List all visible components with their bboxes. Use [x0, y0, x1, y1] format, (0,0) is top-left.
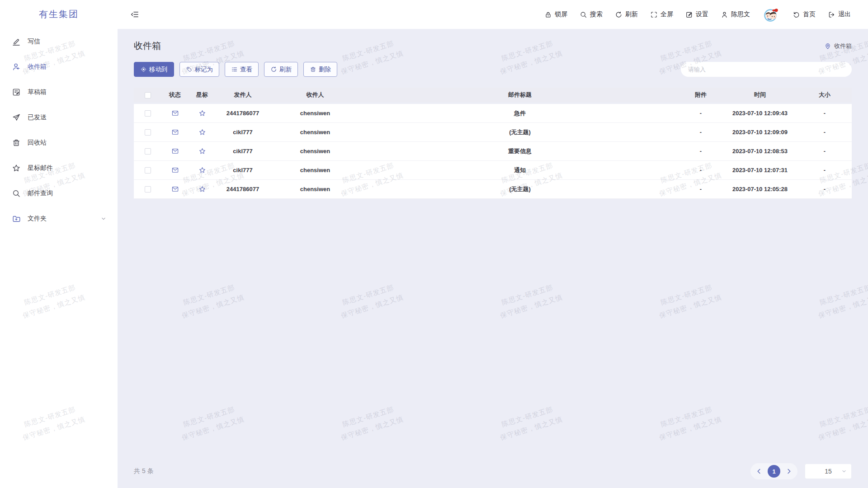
search-icon: [12, 189, 21, 198]
sidebar-item-label: 星标邮件: [28, 164, 53, 172]
sidebar-item-inbox[interactable]: 收件箱: [0, 54, 118, 80]
cell-sender: cikl777: [216, 161, 269, 180]
search-input[interactable]: [681, 62, 852, 77]
cell-attachment: -: [679, 180, 722, 199]
sidebar: 有生集团 写信 收件箱 草稿箱: [0, 0, 118, 488]
mark-as-button[interactable]: 标记为: [179, 62, 220, 77]
button-label: 标记为: [195, 66, 213, 74]
breadcrumb-label: 收件箱: [834, 42, 852, 50]
sidebar-item-folders[interactable]: 文件夹: [0, 206, 118, 231]
page-number-button[interactable]: 1: [768, 465, 780, 478]
chevron-down-icon[interactable]: [100, 216, 107, 222]
cell-time: 2023-07-10 12:05:28: [722, 180, 797, 199]
topbar: 锁屏 搜索 刷新: [118, 0, 868, 29]
sidebar-item-label: 写信: [28, 38, 40, 46]
row-checkbox[interactable]: [145, 167, 151, 174]
sidebar-item-label: 草稿箱: [28, 88, 47, 96]
column-star: 星标: [188, 88, 216, 104]
cell-size: -: [797, 123, 852, 142]
content-area: 收件箱 收件箱 移动到: [118, 29, 868, 488]
home-button[interactable]: 首页: [793, 10, 816, 19]
cell-subject: (无主题): [361, 123, 679, 142]
lock-screen-button[interactable]: 锁屏: [544, 10, 567, 19]
chevron-down-icon: [841, 469, 847, 474]
logout-button[interactable]: 退出: [828, 10, 851, 19]
settings-button[interactable]: 设置: [685, 10, 708, 19]
avatar[interactable]: [762, 6, 780, 23]
cell-subject: 重要信息: [361, 142, 679, 161]
prev-page-button[interactable]: [755, 467, 763, 475]
inbox-icon: [12, 62, 21, 71]
select-all-checkbox[interactable]: [145, 92, 151, 99]
cell-time: 2023-07-10 12:09:09: [722, 123, 797, 142]
action-label: 陈思文: [731, 10, 750, 19]
row-checkbox[interactable]: [145, 186, 151, 192]
pagination: 1: [750, 463, 797, 479]
row-checkbox[interactable]: [145, 110, 151, 117]
next-page-button[interactable]: [785, 467, 793, 475]
cell-attachment: -: [679, 104, 722, 123]
fullscreen-button[interactable]: 全屏: [650, 10, 673, 19]
action-label: 首页: [803, 10, 816, 19]
table-row[interactable]: cikl777 chensiwen 重要信息 - 2023-07-10 12:0…: [134, 142, 852, 161]
star-toggle-icon[interactable]: [198, 109, 206, 117]
row-checkbox[interactable]: [145, 148, 151, 155]
button-label: 刷新: [279, 66, 292, 74]
topbar-actions: 锁屏 搜索 刷新: [544, 6, 851, 23]
star-toggle-icon[interactable]: [198, 147, 206, 155]
folder-icon: [12, 214, 21, 223]
total-count: 共 5 条: [134, 467, 154, 475]
column-status: 状态: [162, 88, 188, 104]
header-checkbox-cell: [134, 88, 162, 104]
view-button[interactable]: 查看: [225, 62, 259, 77]
star-toggle-icon[interactable]: [198, 128, 206, 136]
row-checkbox[interactable]: [145, 129, 151, 136]
logout-icon: [828, 11, 835, 19]
table-row[interactable]: 2441786077 chensiwen (无主题) - 2023-07-10 …: [134, 180, 852, 199]
sidebar-item-sent[interactable]: 已发送: [0, 105, 118, 130]
delete-icon: [310, 66, 316, 73]
global-search-button[interactable]: 搜索: [580, 10, 603, 19]
current-user[interactable]: 陈思文: [721, 10, 750, 19]
refresh-icon: [615, 11, 623, 19]
table-row[interactable]: 2441786077 chensiwen 急件 - 2023-07-10 12:…: [134, 104, 852, 123]
footer: 共 5 条 1 15: [134, 455, 852, 488]
star-toggle-icon[interactable]: [198, 166, 206, 174]
column-subject: 邮件标题: [361, 88, 679, 104]
app-root: 有生集团 写信 收件箱 草稿箱: [0, 0, 868, 488]
cell-time: 2023-07-10 12:08:53: [722, 142, 797, 161]
sidebar-item-mail-search[interactable]: 邮件查询: [0, 181, 118, 206]
breadcrumb[interactable]: 收件箱: [824, 42, 852, 50]
page-size-select[interactable]: 15: [805, 464, 852, 479]
cell-attachment: -: [679, 161, 722, 180]
cell-recipient: chensiwen: [269, 161, 361, 180]
unread-mail-icon: [171, 185, 179, 193]
button-label: 删除: [319, 66, 331, 74]
star-toggle-icon[interactable]: [198, 185, 206, 193]
table-row[interactable]: cikl777 chensiwen 通知 - 2023-07-10 12:07:…: [134, 161, 852, 180]
cell-sender: cikl777: [216, 142, 269, 161]
action-label: 设置: [696, 10, 708, 19]
sidebar-item-drafts[interactable]: 草稿箱: [0, 80, 118, 105]
move-to-button[interactable]: 移动到: [134, 62, 174, 77]
home-back-icon: [793, 11, 800, 19]
cell-time: 2023-07-10 12:09:43: [722, 104, 797, 123]
sidebar-item-label: 文件夹: [28, 215, 47, 223]
sidebar-item-starred[interactable]: 星标邮件: [0, 155, 118, 181]
mail-table: 状态 星标 发件人 收件人 邮件标题 附件 时间 大小: [134, 88, 852, 199]
action-label: 锁屏: [555, 10, 567, 19]
column-recipient: 收件人: [269, 88, 361, 104]
column-sender: 发件人: [216, 88, 269, 104]
menu-fold-icon[interactable]: [130, 10, 139, 19]
sidebar-item-label: 已发送: [28, 113, 47, 122]
sidebar-item-trash[interactable]: 回收站: [0, 130, 118, 155]
lock-icon: [544, 11, 552, 19]
delete-button[interactable]: 删除: [303, 62, 337, 77]
refresh-list-button[interactable]: 刷新: [264, 62, 298, 77]
sidebar-item-compose[interactable]: 写信: [0, 29, 118, 54]
table-row[interactable]: cikl777 chensiwen (无主题) - 2023-07-10 12:…: [134, 123, 852, 142]
cell-size: -: [797, 104, 852, 123]
app-logo: 有生集团: [0, 0, 118, 28]
unread-mail-icon: [171, 147, 179, 155]
refresh-button[interactable]: 刷新: [615, 10, 638, 19]
